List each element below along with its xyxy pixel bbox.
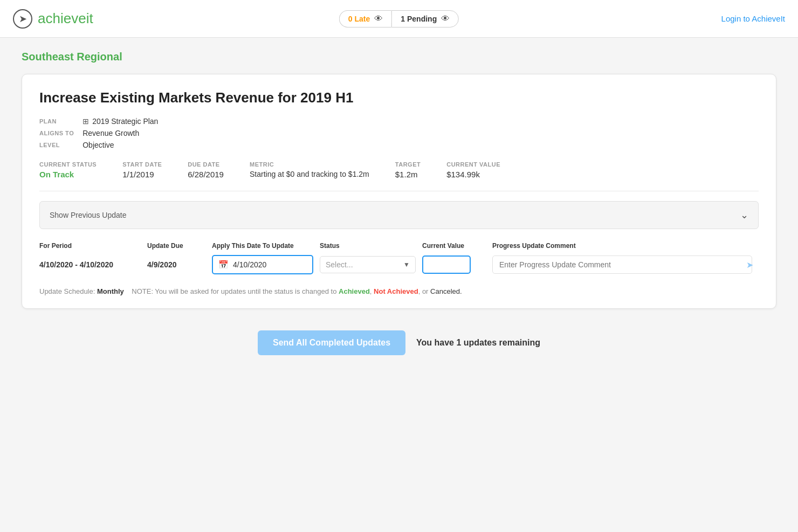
- stat-current-status: CURRENT STATUS On Track: [39, 161, 97, 179]
- calendar-icon: 📅: [218, 260, 229, 270]
- logo-icon[interactable]: ➤: [13, 9, 32, 29]
- achieved-label: Achieved: [339, 287, 370, 295]
- start-date-label: START DATE: [122, 161, 162, 168]
- plan-value: ⊞ 2019 Strategic Plan: [82, 117, 759, 126]
- stat-current-value: CURRENT VALUE $134.99k: [446, 161, 500, 179]
- logo-highlight: it: [86, 10, 93, 26]
- status-placeholder: Select...: [326, 260, 399, 269]
- schedule-frequency: Monthly: [97, 287, 124, 295]
- cell-current-value: [422, 255, 492, 274]
- pending-badge[interactable]: 1 Pending 👁: [391, 10, 459, 27]
- start-date-value: 1/1/2019: [122, 170, 162, 179]
- card-title: Increase Existing Markets Revenue for 20…: [39, 89, 759, 106]
- aligns-value: Revenue Growth: [82, 129, 759, 137]
- late-badge[interactable]: 0 Late 👁: [339, 10, 391, 27]
- logo-area: ➤ achieveit: [13, 9, 93, 29]
- prev-update-bar[interactable]: Show Previous Update ⌄: [39, 201, 759, 229]
- stat-target: TARGET $1.2m: [395, 161, 421, 179]
- current-value-field[interactable]: [422, 255, 471, 274]
- header-period: For Period: [39, 242, 147, 250]
- status-select[interactable]: Select... ▼: [320, 256, 416, 273]
- updates-remaining: You have 1 updates remaining: [416, 338, 540, 348]
- schedule-note2: NOTE: You will be asked for updates unti…: [132, 287, 336, 295]
- schedule-label: Update Schedule:: [39, 287, 95, 295]
- logo-plain: achieve: [38, 10, 86, 26]
- meta-grid: PLAN ⊞ 2019 Strategic Plan ALIGNS TO Rev…: [39, 117, 759, 149]
- pending-eye-icon: 👁: [441, 14, 450, 24]
- table-header: For Period Update Due Apply This Date To…: [39, 242, 759, 250]
- header: ➤ achieveit 0 Late 👁 1 Pending 👁 Login t…: [0, 0, 798, 38]
- target-label: TARGET: [395, 161, 421, 168]
- plan-text: 2019 Strategic Plan: [92, 117, 158, 126]
- plan-label: PLAN: [39, 117, 74, 126]
- stat-metric: METRIC Starting at $0 and tracking to $1…: [250, 161, 369, 179]
- login-link[interactable]: Login to AchieveIt: [721, 14, 785, 23]
- status-chevron-icon: ▼: [403, 261, 410, 268]
- pending-count: 1 Pending: [401, 15, 437, 23]
- plan-icon: ⊞: [82, 117, 89, 126]
- header-date: Apply This Date To Update: [212, 242, 320, 250]
- late-eye-icon: 👁: [374, 14, 383, 24]
- metric-label: METRIC: [250, 161, 369, 168]
- due-date-value: 6/28/2019: [188, 170, 224, 179]
- header-center: 0 Late 👁 1 Pending 👁: [339, 10, 459, 27]
- chevron-down-icon: ⌄: [740, 209, 748, 221]
- target-value: $1.2m: [395, 170, 421, 179]
- bottom-bar: Send All Completed Updates You have 1 up…: [22, 309, 776, 366]
- stat-due-date: DUE DATE 6/28/2019: [188, 161, 224, 179]
- late-count: 0 Late: [348, 15, 370, 23]
- region-title: Southeast Regional: [22, 51, 776, 63]
- date-field[interactable]: [233, 260, 276, 269]
- cell-comment: ➤: [492, 255, 759, 274]
- level-value: Objective: [82, 141, 759, 149]
- cell-due: 4/9/2020: [147, 260, 212, 269]
- current-value-stat-value: $134.99k: [446, 170, 500, 179]
- due-date-label: DUE DATE: [188, 161, 224, 168]
- level-label: LEVEL: [39, 141, 74, 149]
- aligns-label: ALIGNS TO: [39, 129, 74, 137]
- main-content: Southeast Regional Increase Existing Mar…: [0, 38, 798, 379]
- date-input-wrapper[interactable]: 📅: [212, 255, 313, 274]
- divider: [39, 191, 759, 191]
- cell-date: 📅: [212, 255, 320, 274]
- cell-status: Select... ▼: [320, 256, 422, 273]
- main-card: Increase Existing Markets Revenue for 20…: [22, 74, 776, 309]
- header-current: Current Value: [422, 242, 492, 250]
- send-all-button[interactable]: Send All Completed Updates: [258, 330, 405, 355]
- current-status-label: CURRENT STATUS: [39, 161, 97, 168]
- header-status: Status: [320, 242, 422, 250]
- logo-text: achieveit: [38, 10, 93, 27]
- header-due: Update Due: [147, 242, 212, 250]
- not-achieved-label: Not Achieved: [374, 287, 418, 295]
- cell-period: 4/10/2020 - 4/10/2020: [39, 260, 147, 269]
- canceled-label: Canceled.: [430, 287, 462, 295]
- send-icon[interactable]: ➤: [746, 260, 753, 270]
- current-value-stat-label: CURRENT VALUE: [446, 161, 500, 168]
- prev-update-label: Show Previous Update: [50, 211, 126, 219]
- header-comment: Progress Update Comment: [492, 242, 759, 250]
- stat-start-date: START DATE 1/1/2019: [122, 161, 162, 179]
- schedule-note: Update Schedule: Monthly NOTE: You will …: [39, 287, 759, 295]
- or-label: or: [422, 287, 429, 295]
- table-row: 4/10/2020 - 4/10/2020 4/9/2020 📅 Select.…: [39, 255, 759, 274]
- update-table: For Period Update Due Apply This Date To…: [39, 242, 759, 274]
- metric-value: Starting at $0 and tracking to $1.2m: [250, 170, 369, 178]
- current-status-value: On Track: [39, 170, 97, 179]
- stats-row: CURRENT STATUS On Track START DATE 1/1/2…: [39, 161, 759, 179]
- comment-field[interactable]: [492, 255, 752, 274]
